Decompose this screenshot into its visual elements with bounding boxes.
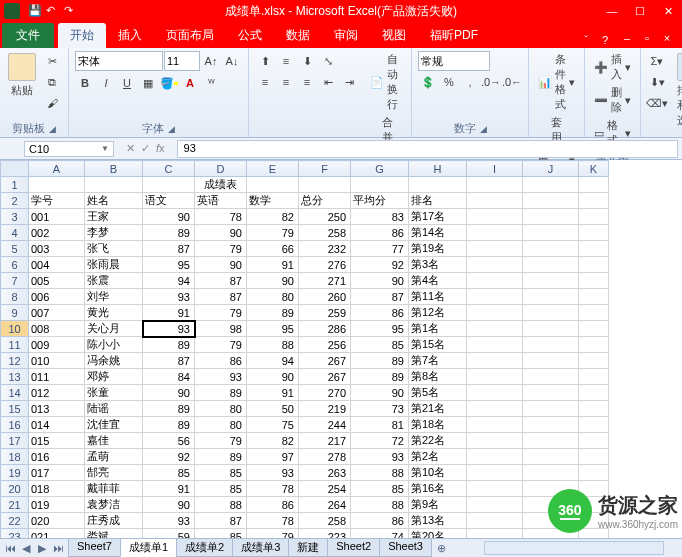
cell-D10[interactable]: 98 bbox=[195, 321, 247, 337]
cell-J14[interactable] bbox=[523, 385, 579, 401]
cell-K2[interactable] bbox=[579, 193, 609, 209]
insert-cells-button[interactable]: ➕插入▾ bbox=[591, 51, 634, 83]
cell-I20[interactable] bbox=[467, 481, 523, 497]
cell-K17[interactable] bbox=[579, 433, 609, 449]
column-header-D[interactable]: D bbox=[195, 161, 247, 177]
phonetic-button[interactable]: ᵂ bbox=[201, 73, 221, 93]
decrease-font-button[interactable]: A↓ bbox=[222, 51, 242, 71]
cell-H10[interactable]: 第1名 bbox=[409, 321, 467, 337]
row-header-5[interactable]: 5 bbox=[1, 241, 29, 257]
cell-A22[interactable]: 020 bbox=[29, 513, 85, 529]
cell-K5[interactable] bbox=[579, 241, 609, 257]
cell-A13[interactable]: 011 bbox=[29, 369, 85, 385]
row-header-22[interactable]: 22 bbox=[1, 513, 29, 529]
cell-J13[interactable] bbox=[523, 369, 579, 385]
row-header-8[interactable]: 8 bbox=[1, 289, 29, 305]
cell-I12[interactable] bbox=[467, 353, 523, 369]
cell-J1[interactable] bbox=[523, 177, 579, 193]
cell-F13[interactable]: 267 bbox=[299, 369, 351, 385]
cell-D8[interactable]: 87 bbox=[195, 289, 247, 305]
cell-B11[interactable]: 陈小小 bbox=[85, 337, 143, 353]
cell-F4[interactable]: 258 bbox=[299, 225, 351, 241]
cell-B7[interactable]: 张震 bbox=[85, 273, 143, 289]
cell-F8[interactable]: 260 bbox=[299, 289, 351, 305]
cell-J18[interactable] bbox=[523, 449, 579, 465]
cell-D7[interactable]: 87 bbox=[195, 273, 247, 289]
cell-C12[interactable]: 87 bbox=[143, 353, 195, 369]
orientation-button[interactable]: ⤡ bbox=[318, 51, 338, 71]
cell-J20[interactable] bbox=[523, 481, 579, 497]
cell-G8[interactable]: 87 bbox=[351, 289, 409, 305]
clipboard-launcher[interactable]: ◢ bbox=[49, 124, 56, 134]
cell-I8[interactable] bbox=[467, 289, 523, 305]
cell-K10[interactable] bbox=[579, 321, 609, 337]
cell-G1[interactable] bbox=[351, 177, 409, 193]
cell-I2[interactable] bbox=[467, 193, 523, 209]
cell-F22[interactable]: 258 bbox=[299, 513, 351, 529]
cut-button[interactable]: ✂ bbox=[42, 51, 62, 71]
cell-D2[interactable]: 英语 bbox=[195, 193, 247, 209]
cell-G2[interactable]: 平均分 bbox=[351, 193, 409, 209]
cell-H3[interactable]: 第17名 bbox=[409, 209, 467, 225]
cell-H7[interactable]: 第4名 bbox=[409, 273, 467, 289]
cell-G19[interactable]: 88 bbox=[351, 465, 409, 481]
cell-H15[interactable]: 第21名 bbox=[409, 401, 467, 417]
row-header-17[interactable]: 17 bbox=[1, 433, 29, 449]
select-all-corner[interactable] bbox=[1, 161, 29, 177]
increase-indent-button[interactable]: ⇥ bbox=[339, 72, 359, 92]
cell-J17[interactable] bbox=[523, 433, 579, 449]
cell-E17[interactable]: 82 bbox=[247, 433, 299, 449]
cell-A23[interactable]: 021 bbox=[29, 529, 85, 539]
cell-C14[interactable]: 90 bbox=[143, 385, 195, 401]
cell-I5[interactable] bbox=[467, 241, 523, 257]
cell-G7[interactable]: 90 bbox=[351, 273, 409, 289]
mdi-close-button[interactable]: × bbox=[658, 30, 676, 46]
decrease-indent-button[interactable]: ⇤ bbox=[318, 72, 338, 92]
cell-E16[interactable]: 75 bbox=[247, 417, 299, 433]
row-header-11[interactable]: 11 bbox=[1, 337, 29, 353]
cell-D21[interactable]: 88 bbox=[195, 497, 247, 513]
cell-B19[interactable]: 郜亮 bbox=[85, 465, 143, 481]
cell-D1[interactable]: 成绩表 bbox=[195, 177, 247, 193]
align-middle-button[interactable]: ≡ bbox=[276, 51, 296, 71]
cell-A10[interactable]: 008 bbox=[29, 321, 85, 337]
cell-A12[interactable]: 010 bbox=[29, 353, 85, 369]
cell-F3[interactable]: 250 bbox=[299, 209, 351, 225]
ribbon-minimize-icon[interactable]: ˇ bbox=[580, 32, 592, 48]
cell-I7[interactable] bbox=[467, 273, 523, 289]
comma-button[interactable]: , bbox=[460, 72, 480, 92]
sheet-tab-6[interactable]: Sheet3 bbox=[379, 539, 432, 557]
cell-H11[interactable]: 第15名 bbox=[409, 337, 467, 353]
close-button[interactable]: ✕ bbox=[654, 0, 682, 22]
cell-J8[interactable] bbox=[523, 289, 579, 305]
cell-B3[interactable]: 王家 bbox=[85, 209, 143, 225]
number-launcher[interactable]: ◢ bbox=[480, 124, 487, 134]
cell-C16[interactable]: 89 bbox=[143, 417, 195, 433]
cell-G9[interactable]: 86 bbox=[351, 305, 409, 321]
cell-J21[interactable] bbox=[523, 497, 579, 513]
sheet-tab-5[interactable]: Sheet2 bbox=[327, 539, 380, 557]
cell-B13[interactable]: 邓婷 bbox=[85, 369, 143, 385]
cell-G10[interactable]: 95 bbox=[351, 321, 409, 337]
row-header-13[interactable]: 13 bbox=[1, 369, 29, 385]
align-left-button[interactable]: ≡ bbox=[255, 72, 275, 92]
cell-C13[interactable]: 84 bbox=[143, 369, 195, 385]
cell-B4[interactable]: 李梦 bbox=[85, 225, 143, 241]
cell-E20[interactable]: 78 bbox=[247, 481, 299, 497]
cell-C6[interactable]: 95 bbox=[143, 257, 195, 273]
cell-G11[interactable]: 85 bbox=[351, 337, 409, 353]
cell-J12[interactable] bbox=[523, 353, 579, 369]
cell-F21[interactable]: 264 bbox=[299, 497, 351, 513]
cell-G4[interactable]: 86 bbox=[351, 225, 409, 241]
cell-E19[interactable]: 93 bbox=[247, 465, 299, 481]
italic-button[interactable]: I bbox=[96, 73, 116, 93]
column-header-I[interactable]: I bbox=[467, 161, 523, 177]
cell-G13[interactable]: 89 bbox=[351, 369, 409, 385]
column-header-A[interactable]: A bbox=[29, 161, 85, 177]
sheet-tab-2[interactable]: 成绩单2 bbox=[176, 539, 233, 557]
tab-insert[interactable]: 插入 bbox=[106, 23, 154, 48]
cell-D9[interactable]: 79 bbox=[195, 305, 247, 321]
cell-C8[interactable]: 93 bbox=[143, 289, 195, 305]
tab-page-layout[interactable]: 页面布局 bbox=[154, 23, 226, 48]
row-header-18[interactable]: 18 bbox=[1, 449, 29, 465]
